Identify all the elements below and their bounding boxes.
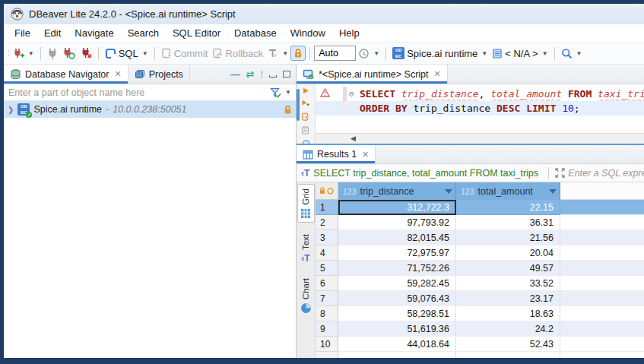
cell-total-amount[interactable]: 18.63: [456, 306, 560, 321]
close-icon[interactable]: ✕: [434, 69, 441, 79]
chevron-down-icon: ▼: [481, 50, 487, 57]
menu-item-database[interactable]: Database: [227, 26, 284, 40]
editor-hscrollbar[interactable]: ◀: [316, 133, 644, 144]
commit-icon: [161, 48, 172, 59]
row-number[interactable]: 9: [316, 321, 338, 337]
scroll-left-arrow-icon[interactable]: ◀: [351, 135, 356, 142]
menu-item-help[interactable]: Help: [332, 26, 366, 40]
code-line[interactable]: ⊖SELECT trip_distance, total_amount FROM…: [316, 87, 644, 101]
commit-button[interactable]: Commit: [159, 46, 211, 61]
tab-results-1[interactable]: Results 1 ✕: [297, 145, 376, 163]
object-filter[interactable]: Enter a part of object name here ▼: [4, 84, 296, 101]
tab-grid[interactable]: Grid: [297, 184, 315, 223]
code-area[interactable]: ⊖SELECT trip_distance, total_amount FROM…: [316, 84, 644, 133]
new-connection-button[interactable]: ▼: [10, 46, 36, 61]
cell-total-amount[interactable]: 52.43: [456, 337, 560, 352]
menu-item-file[interactable]: File: [8, 26, 37, 40]
cell-trip-distance[interactable]: 58,298.51: [338, 306, 456, 321]
cell-trip-distance[interactable]: 312,722.3: [338, 200, 456, 215]
reconnect-button[interactable]: [60, 46, 78, 61]
tab-text[interactable]: Text ‹T: [297, 230, 315, 267]
cell-trip-distance[interactable]: 59,076.43: [338, 291, 456, 306]
cell-trip-distance[interactable]: 44,018.64: [338, 337, 456, 352]
tree-item-connection[interactable]: ❯ ODBC✓ Spice.ai runtime - 10.0.0.238:50…: [4, 101, 296, 118]
menu-item-edit[interactable]: Edit: [37, 26, 68, 40]
commit-mode-input[interactable]: [314, 46, 356, 61]
toolbar-grip: ⁞: [8, 49, 8, 58]
tab-label: Chart: [301, 278, 310, 299]
execute-new-tab-icon[interactable]: [300, 100, 311, 107]
cell-trip-distance[interactable]: 71,752.26: [338, 261, 456, 276]
row-number[interactable]: 8: [316, 306, 338, 321]
row-filler: [560, 306, 644, 321]
cell-total-amount[interactable]: 21.56: [456, 230, 560, 245]
search-button[interactable]: ▼: [559, 46, 585, 61]
maximize-icon[interactable]: [283, 71, 290, 78]
bookmark-arc-icon[interactable]: [301, 140, 311, 144]
menu-item-navigate[interactable]: Navigate: [68, 26, 120, 40]
close-icon[interactable]: ✕: [362, 150, 369, 160]
menu-item-sql-editor[interactable]: SQL Editor: [166, 26, 227, 40]
view-menu-icon[interactable]: ⁞: [261, 69, 263, 80]
schema-selector[interactable]: < N/A > ▼: [490, 46, 550, 61]
row-number[interactable]: 10: [316, 337, 338, 352]
results-filter-bar[interactable]: ‹T SELECT trip_distance, total_amount FR…: [297, 164, 644, 182]
code-line[interactable]: ORDER BY trip_distance DESC LIMIT 10;: [316, 101, 644, 116]
chevron-down-icon[interactable]: ▼: [285, 89, 291, 96]
rollback-button[interactable]: Rollback: [210, 46, 265, 61]
sort-desc-icon[interactable]: [549, 189, 557, 194]
menu-item-window[interactable]: Window: [284, 26, 332, 40]
row-number[interactable]: 7: [316, 291, 338, 306]
cell-total-amount[interactable]: 36.31: [456, 215, 560, 230]
execute-statement-icon[interactable]: [301, 87, 310, 94]
collapse-all-icon[interactable]: —: [230, 69, 240, 80]
grid-corner-cell[interactable]: [316, 182, 338, 200]
connection-selector[interactable]: ODBC Spice.ai runtime ▼: [390, 46, 490, 61]
execute-script-icon[interactable]: [300, 112, 311, 121]
row-number[interactable]: 4: [316, 245, 338, 261]
expand-chevron-icon[interactable]: ❯: [8, 106, 14, 114]
tab-chart[interactable]: Chart: [297, 274, 315, 317]
tab-database-navigator[interactable]: Database Navigator ✕: [4, 65, 128, 84]
row-number[interactable]: 3: [316, 230, 338, 245]
cell-trip-distance[interactable]: 51,619.36: [338, 321, 456, 337]
tab-projects[interactable]: Projects: [128, 65, 190, 84]
sort-desc-icon[interactable]: [445, 189, 452, 194]
disconnect-button[interactable]: [78, 46, 94, 61]
row-number[interactable]: 6: [316, 276, 338, 291]
row-number[interactable]: 2: [316, 215, 338, 230]
row-number[interactable]: 1: [316, 200, 338, 215]
cell-total-amount[interactable]: 24.2: [456, 321, 560, 337]
navigator-empty-area: [4, 118, 296, 358]
link-editor-icon[interactable]: ⇄: [246, 68, 255, 80]
row-number[interactable]: 5: [316, 261, 338, 276]
close-icon[interactable]: ✕: [114, 69, 121, 79]
lock-toggle-button[interactable]: [290, 46, 306, 61]
explain-plan-icon[interactable]: [300, 126, 311, 135]
filter-placeholder: Enter a part of object name here: [8, 87, 144, 98]
column-header-total-amount[interactable]: 123 total_amount: [456, 182, 560, 200]
cell-trip-distance[interactable]: 82,015.45: [338, 230, 456, 245]
cell-total-amount[interactable]: 23.17: [456, 291, 560, 306]
cell-trip-distance[interactable]: 97,793.92: [338, 215, 456, 230]
column-header-trip-distance[interactable]: 123 trip_distance: [338, 182, 456, 200]
fold-marker-icon[interactable]: ⊖: [349, 87, 354, 101]
cell-total-amount[interactable]: 22.15: [456, 200, 560, 215]
table-row: 759,076.4323.17: [316, 291, 644, 306]
cell-trip-distance[interactable]: 72,975.97: [338, 245, 456, 261]
menu-item-search[interactable]: Search: [121, 26, 166, 40]
cell-trip-distance[interactable]: 59,282.45: [338, 276, 456, 291]
sql-editor-button[interactable]: SQL ▼: [103, 46, 151, 61]
connect-button[interactable]: [45, 46, 60, 61]
expand-icon[interactable]: [555, 168, 565, 178]
minimize-icon[interactable]: [269, 75, 277, 78]
result-grid: 123 trip_distance 123 total_amount: [316, 182, 644, 358]
cell-total-amount[interactable]: 20.04: [456, 245, 560, 261]
sash-indicator[interactable]: [297, 89, 300, 121]
transaction-mode-button[interactable]: ▼: [265, 46, 290, 60]
filter-funnel-icon[interactable]: [270, 87, 281, 98]
tab-sql-script[interactable]: *<Spice.ai runtime> Script ✕: [297, 65, 448, 84]
cell-total-amount[interactable]: 49.57: [456, 261, 560, 276]
transaction-log-button[interactable]: ▼: [356, 46, 382, 61]
cell-total-amount[interactable]: 33.52: [456, 276, 560, 291]
